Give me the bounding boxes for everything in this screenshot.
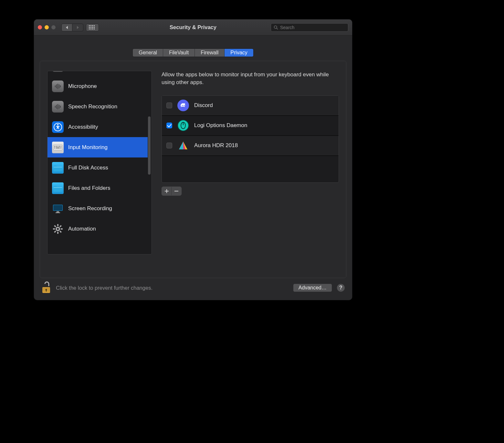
- display-icon: [52, 203, 64, 214]
- app-checkbox[interactable]: [166, 103, 172, 108]
- description-text: Allow the apps below to monitor input fr…: [162, 71, 339, 86]
- svg-rect-4: [58, 84, 58, 89]
- svg-rect-41: [174, 191, 178, 191]
- svg-rect-37: [59, 230, 62, 232]
- svg-point-38: [57, 228, 59, 230]
- grid-icon: [89, 25, 96, 30]
- category-label: Microphone: [68, 83, 97, 90]
- category-accessibility[interactable]: Accessibility: [47, 117, 148, 137]
- svg-rect-6: [60, 85, 61, 87]
- scrollbar[interactable]: [148, 116, 151, 226]
- svg-rect-11: [60, 106, 61, 108]
- svg-rect-20: [54, 147, 55, 148]
- back-button[interactable]: [61, 24, 72, 31]
- speech-icon: [52, 101, 64, 113]
- help-button[interactable]: ?: [337, 284, 345, 292]
- advanced-button[interactable]: Advanced…: [293, 284, 332, 292]
- category-label: Automation: [68, 226, 96, 232]
- lock-icon[interactable]: [41, 281, 51, 294]
- tab-general[interactable]: General: [133, 49, 163, 57]
- category-automation[interactable]: Automation: [47, 219, 148, 239]
- svg-rect-18: [59, 146, 60, 147]
- category-microphone[interactable]: Microphone: [47, 76, 148, 96]
- svg-rect-19: [61, 146, 61, 147]
- minimize-button[interactable]: [45, 25, 49, 29]
- category-files-folders[interactable]: Files and Folders: [47, 178, 148, 198]
- svg-rect-15: [54, 146, 55, 147]
- zoom-button[interactable]: [51, 25, 56, 29]
- svg-rect-35: [54, 230, 56, 232]
- svg-rect-33: [61, 228, 63, 230]
- svg-point-13: [57, 124, 58, 125]
- svg-rect-22: [60, 147, 61, 148]
- preferences-window: Security & Privacy General FileVault Fir…: [34, 19, 352, 300]
- category-full-disk[interactable]: Full Disk Access: [47, 157, 148, 178]
- svg-rect-34: [59, 225, 62, 227]
- category-screen-recording[interactable]: Screen Recording: [47, 198, 148, 219]
- category-label: Screen Recording: [68, 205, 112, 212]
- keyboard-icon: [52, 142, 64, 153]
- forward-button[interactable]: [72, 24, 83, 31]
- app-label: Discord: [194, 102, 213, 109]
- app-row-logi[interactable]: Logi Options Daemon: [162, 116, 339, 136]
- svg-rect-17: [58, 146, 58, 147]
- svg-rect-5: [59, 84, 59, 88]
- svg-rect-23: [54, 167, 62, 167]
- discord-icon: [177, 100, 189, 111]
- content-frame: Camera Microphone Speech Recognition: [40, 61, 346, 278]
- app-label: Logi Options Daemon: [194, 122, 247, 129]
- category-label: Speech Recognition: [68, 103, 117, 110]
- nav-buttons: [61, 24, 83, 31]
- titlebar: Security & Privacy: [34, 19, 352, 36]
- window-body: General FileVault Firewall Privacy Camer…: [34, 36, 352, 300]
- remove-button[interactable]: [172, 187, 181, 195]
- search-field[interactable]: [271, 23, 348, 32]
- svg-rect-8: [56, 105, 57, 109]
- minus-icon: [174, 189, 178, 193]
- category-list[interactable]: Camera Microphone Speech Recognition: [47, 71, 152, 254]
- category-input-monitoring[interactable]: Input Monitoring: [47, 137, 148, 157]
- search-input[interactable]: [280, 25, 345, 30]
- app-label: Aurora HDR 2018: [194, 142, 238, 149]
- svg-rect-26: [53, 205, 62, 211]
- category-label: Full Disk Access: [68, 165, 108, 171]
- microphone-icon: [52, 81, 64, 92]
- tab-firewall[interactable]: Firewall: [195, 49, 225, 57]
- footer: Click the lock to prevent further change…: [34, 278, 352, 294]
- add-button[interactable]: [162, 187, 172, 195]
- plus-icon: [165, 189, 169, 193]
- folder-icon: [52, 182, 64, 194]
- svg-rect-31: [57, 232, 58, 234]
- scrollbar-thumb[interactable]: [148, 116, 151, 175]
- svg-rect-27: [57, 211, 59, 212]
- tab-privacy[interactable]: Privacy: [225, 49, 253, 57]
- svg-rect-9: [58, 104, 58, 109]
- accessibility-icon: [52, 121, 64, 133]
- app-checkbox[interactable]: [166, 123, 172, 128]
- close-button[interactable]: [38, 25, 42, 29]
- app-list: Discord Logi Options Daemon: [162, 95, 339, 183]
- logi-icon: [177, 120, 189, 131]
- svg-rect-10: [59, 105, 59, 109]
- gear-icon: [52, 223, 64, 235]
- category-label: Files and Folders: [68, 185, 110, 191]
- svg-rect-48: [46, 290, 47, 292]
- show-all-button[interactable]: [86, 24, 99, 31]
- svg-rect-24: [54, 187, 62, 188]
- category-label: Accessibility: [68, 124, 98, 130]
- app-row-aurora[interactable]: Aurora HDR 2018: [162, 136, 339, 156]
- lock-text: Click the lock to prevent further change…: [56, 285, 289, 291]
- category-speech[interactable]: Speech Recognition: [47, 96, 148, 117]
- svg-rect-28: [56, 212, 60, 213]
- svg-rect-3: [56, 84, 57, 88]
- category-camera[interactable]: Camera: [47, 71, 148, 76]
- tab-filevault[interactable]: FileVault: [163, 49, 195, 57]
- app-row-discord[interactable]: Discord: [162, 96, 339, 116]
- app-checkbox[interactable]: [166, 143, 172, 148]
- svg-rect-16: [56, 146, 57, 147]
- category-label: Input Monitoring: [68, 144, 108, 151]
- svg-rect-7: [55, 106, 56, 108]
- svg-rect-21: [56, 147, 60, 148]
- svg-rect-2: [55, 85, 56, 87]
- tab-bar: General FileVault Firewall Privacy: [34, 49, 352, 57]
